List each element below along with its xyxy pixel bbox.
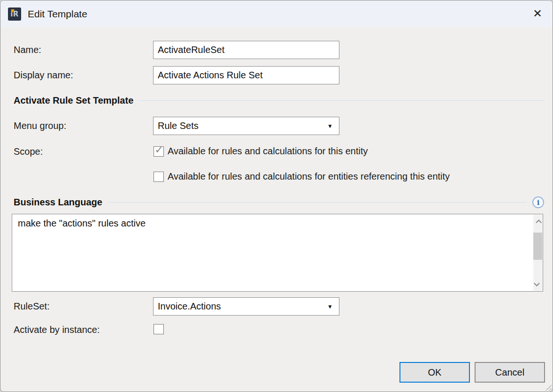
- scope-referencing-entities-checkbox[interactable]: ✓: [154, 172, 164, 182]
- activate-by-instance-checkbox[interactable]: ✓: [154, 324, 164, 334]
- chevron-down-icon: ▼: [327, 123, 333, 129]
- chevron-down-icon: ▼: [327, 303, 333, 310]
- inrule-logo-icon: iR: [8, 8, 21, 21]
- dialog-title: Edit Template: [28, 8, 87, 20]
- menu-group-value: Rule Sets: [158, 121, 327, 131]
- resize-grip[interactable]: [544, 383, 552, 391]
- menu-group-dropdown[interactable]: Rule Sets ▼: [153, 117, 339, 135]
- ruleset-label: RuleSet:: [14, 301, 50, 312]
- scope-this-entity-label: Available for rules and calculations for…: [168, 146, 368, 157]
- info-icon[interactable]: i: [532, 196, 544, 208]
- business-language-box: make the "actions" rules active: [12, 214, 543, 292]
- name-input[interactable]: ActivateRuleSet: [153, 41, 339, 59]
- vertical-scrollbar[interactable]: [533, 215, 542, 291]
- ruleset-value: Invoice.Actions: [158, 301, 327, 312]
- activate-by-instance-label: Activate by instance:: [14, 324, 100, 335]
- display-name-label: Display name:: [14, 70, 73, 81]
- name-label: Name:: [14, 45, 41, 55]
- check-icon: ✓: [154, 144, 164, 155]
- business-language-title: Business Language: [14, 197, 102, 208]
- inrule-logo-flame-icon: [11, 9, 15, 13]
- ok-button[interactable]: OK: [399, 362, 470, 383]
- scrollbar-thumb[interactable]: [533, 233, 542, 260]
- display-name-input[interactable]: Activate Actions Rule Set: [153, 66, 339, 84]
- business-language-textarea[interactable]: make the "actions" rules active: [12, 214, 533, 291]
- scroll-up-icon[interactable]: [533, 216, 542, 227]
- menu-group-label: Menu group:: [14, 121, 66, 131]
- close-icon[interactable]: ✕: [527, 4, 548, 23]
- template-section-title: Activate Rule Set Template: [14, 95, 133, 106]
- scope-this-entity-checkbox[interactable]: ✓: [154, 146, 164, 157]
- scroll-down-icon[interactable]: [533, 279, 542, 290]
- template-section-header: Activate Rule Set Template: [14, 95, 544, 106]
- scope-label: Scope:: [14, 146, 43, 157]
- title-bar: iR Edit Template ✕: [0, 0, 553, 27]
- business-language-section-header: Business Language i: [14, 196, 544, 208]
- edit-template-dialog: iR Edit Template ✕ Name: ActivateRuleSet…: [0, 0, 553, 392]
- section-divider: [108, 202, 527, 203]
- section-divider: [139, 100, 544, 101]
- cancel-button[interactable]: Cancel: [475, 362, 545, 383]
- scope-referencing-entities-label: Available for rules and calculations for…: [168, 171, 450, 182]
- ruleset-dropdown[interactable]: Invoice.Actions ▼: [153, 297, 339, 316]
